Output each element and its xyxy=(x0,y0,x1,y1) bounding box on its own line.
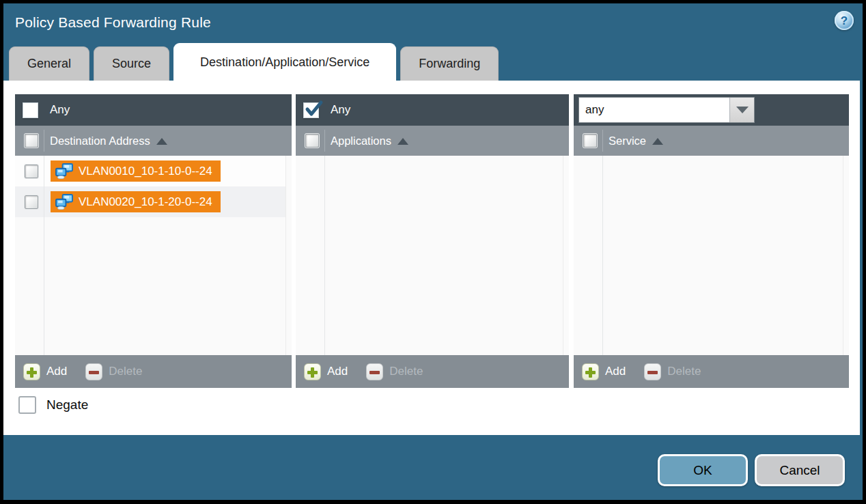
help-glyph: ? xyxy=(841,15,848,27)
destination-toolbar: Add Delete xyxy=(15,355,292,388)
pbf-rule-dialog: Policy Based Forwarding Rule ? General S… xyxy=(3,3,863,500)
minus-icon xyxy=(644,363,661,380)
checkmark-icon xyxy=(305,100,322,118)
destination-column-header[interactable]: Destination Address xyxy=(50,135,150,148)
add-button[interactable]: Add xyxy=(23,363,67,380)
delete-label: Delete xyxy=(667,365,701,378)
service-column-header-row: Service xyxy=(574,126,849,156)
application-any-label: Any xyxy=(331,103,350,117)
minus-icon xyxy=(366,363,383,380)
network-icon xyxy=(55,194,74,210)
row-checkbox[interactable] xyxy=(25,165,38,178)
service-column-header[interactable]: Service xyxy=(609,135,646,148)
add-label: Add xyxy=(605,365,626,378)
delete-button[interactable]: Delete xyxy=(85,363,142,380)
minus-icon xyxy=(85,363,102,380)
add-button[interactable]: Add xyxy=(582,363,626,380)
tab-content: Any Destination Address xyxy=(3,81,860,435)
address-tag[interactable]: VLAN0010_10-1-10-0--24 xyxy=(51,160,221,182)
plus-icon xyxy=(23,363,40,380)
plus-icon xyxy=(304,363,321,380)
tab-general[interactable]: General xyxy=(9,46,89,81)
address-tag-label: VLAN0010_10-1-10-0--24 xyxy=(79,165,212,178)
service-list xyxy=(574,156,849,355)
table-row[interactable]: VLAN0020_10-1-20-0--24 xyxy=(15,186,285,217)
application-any-checkbox[interactable] xyxy=(303,102,319,118)
row-checkbox[interactable] xyxy=(25,195,38,209)
application-toolbar: Add Delete xyxy=(296,355,569,388)
delete-label: Delete xyxy=(389,365,423,378)
delete-button[interactable]: Delete xyxy=(644,363,701,380)
destination-any-bar: Any xyxy=(15,94,292,126)
application-any-bar: Any xyxy=(296,94,569,126)
add-label: Add xyxy=(327,365,348,378)
application-column-header-row: Applications xyxy=(296,126,569,156)
application-panel: Any Applications Add Delete xyxy=(296,94,569,388)
service-toolbar: Add Delete xyxy=(574,355,849,388)
add-label: Add xyxy=(46,365,67,378)
sort-asc-icon[interactable] xyxy=(397,138,408,145)
destination-select-all-checkbox[interactable] xyxy=(25,134,38,148)
service-dropdown[interactable]: any xyxy=(578,97,755,123)
application-column-header[interactable]: Applications xyxy=(331,135,391,148)
destination-column-header-row: Destination Address xyxy=(15,126,292,156)
destination-panel: Any Destination Address xyxy=(15,94,292,388)
destination-list: VLAN0010_10-1-10-0--24 xyxy=(15,156,292,355)
negate-label: Negate xyxy=(46,397,88,412)
dialog-title: Policy Based Forwarding Rule xyxy=(15,14,211,31)
tab-bar: General Source Destination/Application/S… xyxy=(9,43,499,81)
address-tag-label: VLAN0020_10-1-20-0--24 xyxy=(79,195,212,209)
application-select-all-checkbox[interactable] xyxy=(305,134,319,148)
negate-row: Negate xyxy=(18,396,88,414)
tab-destination-application-service[interactable]: Destination/Application/Service xyxy=(173,43,396,81)
destination-any-label: Any xyxy=(50,103,70,117)
destination-any-checkbox[interactable] xyxy=(23,102,38,118)
service-header-bar: any xyxy=(574,94,849,126)
add-button[interactable]: Add xyxy=(304,363,348,380)
cancel-button[interactable]: Cancel xyxy=(755,454,845,486)
chevron-down-icon xyxy=(736,107,749,113)
network-icon xyxy=(55,163,74,179)
help-icon[interactable]: ? xyxy=(835,11,854,30)
plus-icon xyxy=(582,363,599,380)
delete-button[interactable]: Delete xyxy=(366,363,423,380)
ok-button[interactable]: OK xyxy=(658,454,748,486)
tab-source[interactable]: Source xyxy=(94,46,169,81)
tab-forwarding[interactable]: Forwarding xyxy=(400,46,499,81)
delete-label: Delete xyxy=(109,365,142,378)
sort-asc-icon[interactable] xyxy=(652,138,663,145)
application-list xyxy=(296,156,569,355)
service-select-all-checkbox[interactable] xyxy=(583,134,597,148)
service-dropdown-value[interactable]: any xyxy=(579,98,729,122)
dropdown-button[interactable] xyxy=(729,98,754,122)
table-row[interactable]: VLAN0010_10-1-10-0--24 xyxy=(15,156,285,186)
service-panel: any Service Add Delete xyxy=(574,94,849,388)
sort-asc-icon[interactable] xyxy=(156,138,167,145)
negate-checkbox[interactable] xyxy=(18,396,36,414)
address-tag[interactable]: VLAN0020_10-1-20-0--24 xyxy=(51,191,221,212)
